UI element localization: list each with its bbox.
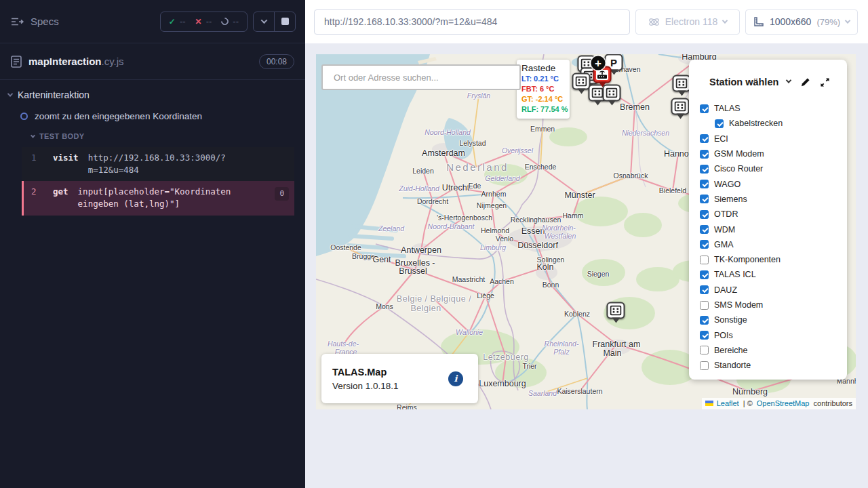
stop-button[interactable] xyxy=(275,12,295,31)
leaflet-map[interactable]: HamburgBremerhavenBremenNiedersachsenHan… xyxy=(316,54,856,409)
checkbox-checked[interactable] xyxy=(700,180,709,188)
chevron-down-icon[interactable] xyxy=(786,77,791,83)
station-filter-row[interactable]: SMS Modem xyxy=(700,298,836,312)
station-filter-row[interactable]: Kabelstrecken xyxy=(715,116,836,131)
checkbox-checked[interactable] xyxy=(700,331,709,340)
station-filter-label: TALAS xyxy=(714,104,741,113)
stat-value: -- xyxy=(233,16,239,26)
chevron-down-icon xyxy=(7,91,13,96)
map-label: Nederland xyxy=(446,161,509,173)
station-filter-label: ECI xyxy=(714,134,728,144)
map-label: Aachen xyxy=(490,277,514,285)
aut-stage: Electron 118 1000x660 (79%) xyxy=(305,0,868,488)
station-filter-label: Bereiche xyxy=(714,346,747,355)
map-label: Noord-Holland xyxy=(425,128,471,136)
station-filter-label: TALAS ICL xyxy=(714,270,756,279)
app: Specs ✓--✕---- mapInteraction.cy.js 00:0… xyxy=(0,0,868,488)
map-label: Emmen xyxy=(530,125,555,133)
stop-icon xyxy=(281,18,289,25)
command-row[interactable]: 1visithttp://192.168.10.33:3000/?m=12&u=… xyxy=(22,147,294,181)
checkbox-checked[interactable] xyxy=(700,270,709,279)
station-filter-row[interactable]: GMA xyxy=(700,237,836,252)
station-filter-label: Siemens xyxy=(714,195,747,204)
station-filter-row[interactable]: Siemens xyxy=(700,192,836,207)
leaflet-link[interactable]: Leaflet xyxy=(717,399,739,407)
station-filter-row[interactable]: Sonstige xyxy=(700,312,836,327)
station-marker[interactable] xyxy=(671,98,690,115)
map-label: Nürnberg xyxy=(732,387,768,396)
station-filter-row[interactable]: TALAS xyxy=(700,101,836,116)
station-filter-row[interactable]: DAUZ xyxy=(700,283,836,298)
checkbox-checked[interactable] xyxy=(700,225,709,234)
map-label: Helmond xyxy=(481,226,509,235)
map-label: Belgie / Belgique / xyxy=(397,294,471,304)
station-filter-row[interactable]: OTDR xyxy=(700,207,836,222)
checkbox-checked[interactable] xyxy=(700,150,709,159)
checkbox-checked[interactable] xyxy=(715,119,724,128)
station-filter-row[interactable]: WAGO xyxy=(700,176,836,191)
checkbox-checked[interactable] xyxy=(700,195,709,203)
address-bar[interactable] xyxy=(314,9,630,35)
map-label: Oostende xyxy=(330,243,361,251)
specs-menu-icon[interactable] xyxy=(11,17,24,26)
checkbox-unchecked[interactable] xyxy=(700,361,709,370)
checkbox-checked[interactable] xyxy=(700,285,709,294)
checkbox-unchecked[interactable] xyxy=(700,301,709,310)
station-filter-row[interactable]: WDM xyxy=(700,222,836,237)
station-filter-row[interactable]: TALAS ICL xyxy=(700,267,836,282)
map-label: 's-Hertogenbosch xyxy=(437,214,492,222)
station-filter-row[interactable]: TK-Komponenten xyxy=(700,252,836,267)
station-filter-row[interactable]: GSM Modem xyxy=(700,146,836,161)
station-filter-panel: Station wählen TALASKabelstreckenECIGSM … xyxy=(689,60,847,380)
checkbox-checked[interactable] xyxy=(700,104,709,113)
collapse-reporter-button[interactable] xyxy=(254,12,274,31)
command-count-badge: 0 xyxy=(275,187,289,201)
command-method: get xyxy=(53,186,68,210)
viewport-selector[interactable]: 1000x660 (79%) xyxy=(745,9,858,35)
map-label: Hauts-de- xyxy=(328,340,359,348)
info-icon[interactable]: i xyxy=(448,371,463,386)
suite-row[interactable]: Karteninteraktion xyxy=(0,80,305,103)
checkbox-checked[interactable] xyxy=(700,210,709,219)
test-body-section[interactable]: TEST BODY xyxy=(0,124,305,144)
checkbox-checked[interactable] xyxy=(700,165,709,174)
panel-title: Station wählen xyxy=(709,77,778,87)
station-filter-row[interactable]: POIs xyxy=(700,327,836,342)
checkbox-unchecked[interactable] xyxy=(700,346,709,354)
checkbox-checked[interactable] xyxy=(700,316,709,325)
map-attribution: Leaflet | © OpenStreetMap contributors xyxy=(702,398,856,409)
checkbox-unchecked[interactable] xyxy=(700,256,709,264)
cluster-plus-marker[interactable]: + xyxy=(591,56,606,70)
map-label: Bremen xyxy=(620,102,650,112)
spec-row[interactable]: mapInteraction.cy.js 00:08 xyxy=(0,43,305,80)
map-label: Luxembourg xyxy=(479,379,526,388)
chevron-down-icon xyxy=(845,18,850,23)
stat-value: -- xyxy=(180,16,186,26)
map-label: Solingen xyxy=(537,256,565,264)
station-marker[interactable] xyxy=(572,73,591,90)
map-label: Siegen xyxy=(587,270,610,278)
edit-icon[interactable] xyxy=(800,77,810,87)
station-filter-row[interactable]: Standorte xyxy=(700,358,836,373)
geosearch-input[interactable] xyxy=(321,64,521,90)
expand-icon[interactable] xyxy=(820,77,830,87)
station-filter-row[interactable]: ECI xyxy=(700,131,836,146)
osm-link[interactable]: OpenStreetMap xyxy=(757,399,810,407)
command-row[interactable]: 2getinput[placeholder="Koordinaten einge… xyxy=(22,181,294,215)
station-filter-row[interactable]: Bereiche xyxy=(700,343,836,358)
map-label: Leiden xyxy=(412,167,434,175)
command-number: 1 xyxy=(31,152,43,176)
browser-selector[interactable]: Electron 118 xyxy=(635,9,740,35)
map-label: Niedersachsen xyxy=(622,129,669,137)
map-label: Bonn xyxy=(542,281,559,289)
station-marker[interactable] xyxy=(673,75,691,92)
station-filter-row[interactable]: Cisco Router xyxy=(700,161,836,176)
checkbox-checked[interactable] xyxy=(700,240,709,249)
electron-icon xyxy=(648,16,660,28)
test-row[interactable]: zoomt zu den eingegebenen Koordinaten xyxy=(0,103,305,124)
map-label: Köln xyxy=(536,262,553,272)
attribution-separator: | © xyxy=(741,399,755,407)
station-marker[interactable] xyxy=(607,302,625,319)
checkbox-checked[interactable] xyxy=(700,134,709,143)
map-label: Düsseldorf xyxy=(517,241,558,250)
